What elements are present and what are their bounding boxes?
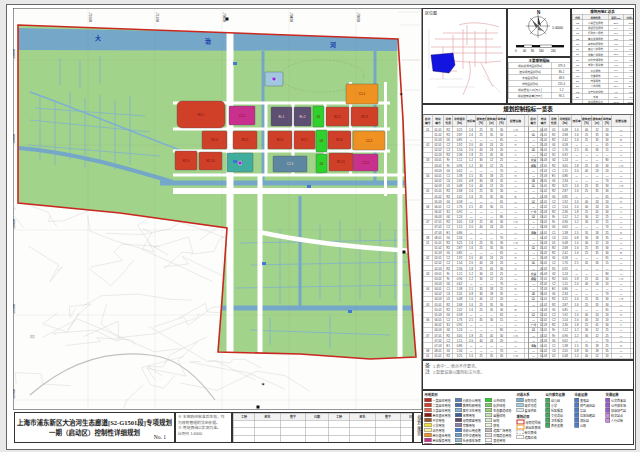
- table-cell: [375, 435, 401, 443]
- legend-item: 社会停车场库: [455, 438, 483, 443]
- indicator-table: 规划总用地面积(ha)379.3建设用地面积(ha)86.2水域面积(ha)48…: [508, 63, 571, 100]
- legend-label: 园地: [493, 418, 499, 423]
- table-header-cell: 地块编号: [432, 114, 444, 127]
- svg-text:-36800: -36800: [13, 219, 16, 229]
- zoning-map-panel: 32R2-1C2-1Rr-1Rr-2G1R2-2R2-3C1-1R2-4R2-5…: [13, 8, 422, 410]
- table-cell: ①③: [506, 353, 525, 358]
- legend-item: 市政公用设施: [455, 428, 483, 433]
- table-cell: 25: [476, 353, 487, 358]
- legend-panel: 用地类别 一类居住用地二类居住用地三类居住用地商住混合用地中学用地小学用地幼托用…: [422, 390, 634, 445]
- table-header-cell: 绿地率(%): [602, 114, 612, 127]
- legend-swatch: [517, 398, 524, 402]
- legend-label: 教育科研用地: [463, 403, 481, 408]
- legend-item: 蓄滞洪区: [517, 408, 543, 413]
- table-cell: 3.25: [453, 353, 467, 358]
- legend-label: 水域: [493, 443, 499, 445]
- legend-chip: [606, 413, 611, 418]
- legend-label: 宗教用地: [463, 423, 475, 428]
- table-header-cell: 日期: [306, 413, 329, 420]
- sheet-type-label: 规划图则: [416, 415, 422, 437]
- legend-label: 对外交通用地: [463, 433, 481, 438]
- legend-label: 体育用地: [463, 413, 475, 418]
- legend-item: 养老设施: [546, 423, 572, 428]
- legend-label: 中学用地: [433, 418, 445, 423]
- table-header-cell: 签字: [375, 413, 401, 420]
- legend-swatch: [455, 398, 462, 402]
- legend-label: 人行过街: [611, 418, 623, 423]
- table-cell: U1: [549, 353, 558, 358]
- legend-label: 社区服务: [551, 408, 563, 413]
- legend-swatch: [517, 430, 524, 434]
- table-cell: 04-03: [538, 353, 550, 358]
- legend-label: 市政公用设施: [463, 428, 481, 433]
- table-cell: 规划建筑总量(万m²): [508, 93, 552, 99]
- river-name-char: 大: [95, 34, 101, 42]
- notes-label: 备注: [424, 363, 431, 375]
- footnote-line: ※ 本图则经批准后生效，作: [178, 415, 229, 421]
- legend-swatch: [425, 398, 432, 402]
- table-header-cell: 容积率: [466, 114, 476, 127]
- svg-text:240: 240: [551, 49, 556, 53]
- svg-text:-36000: -36000: [13, 49, 16, 59]
- legend-swatch: [425, 433, 432, 437]
- table-header-cell: 工种: [328, 413, 350, 420]
- legend-label: 二类居住用地: [433, 403, 451, 408]
- legend-item: 道路广场用地: [485, 428, 513, 433]
- legend-swatch: [517, 435, 524, 439]
- legend-chip: [575, 413, 580, 418]
- table-cell: [280, 428, 306, 436]
- legend-item: 二类居住用地: [425, 403, 453, 408]
- legend-chip: [575, 398, 580, 403]
- table-header-cell: 街坊编号: [423, 114, 432, 127]
- table-header-cell: 用地性质: [549, 114, 558, 127]
- table-cell: 12: [592, 353, 603, 358]
- parcel-label: C1-1: [359, 92, 366, 96]
- legend-label: 垃圾压缩站: [580, 413, 595, 418]
- table-header-cell: 日期: [401, 413, 413, 420]
- legend-label: 苗圃绿地: [493, 413, 505, 418]
- table-cell: [401, 435, 413, 443]
- legend-label: 幼儿园: [551, 398, 560, 403]
- legend-label: 变电站: [580, 398, 589, 403]
- legend-label: 一类居住用地: [433, 398, 451, 403]
- legend-chip: [575, 423, 580, 428]
- control-table-panel: 规划控制指标一览表 街坊编号地块编号用地性质用地面积(ha)容积率建筑密度(%)…: [422, 104, 634, 360]
- legend-label: 小学用地: [433, 423, 445, 428]
- legend-item: 水域: [485, 443, 513, 446]
- legend-item: 道路红线: [517, 435, 543, 440]
- legend-chip: [546, 418, 551, 423]
- legend-label: 幼托用地: [433, 428, 445, 433]
- legend-label: 规划保留用地: [463, 418, 481, 423]
- table-cell: —: [612, 353, 631, 358]
- benchmark: [257, 406, 260, 409]
- legend-label: 街坊界线: [525, 430, 537, 435]
- legend-item: 商住混合用地: [425, 413, 453, 418]
- table-header-cell: 建筑高度(m): [486, 114, 497, 127]
- legend-item: 人行过街: [606, 418, 632, 423]
- parcel-label: R2-6: [277, 138, 284, 142]
- table-cell: [375, 428, 401, 436]
- legend-label: 启动区界线: [526, 425, 541, 430]
- legend-swatch: [455, 418, 462, 422]
- legend-chip: [546, 413, 551, 418]
- legend-swatch: [517, 403, 524, 407]
- signature-table: 工种姓名签字日期工种姓名签字日期: [233, 413, 413, 443]
- svg-text:-71200: -71200: [155, 12, 159, 22]
- legend-item: 教育科研用地: [455, 403, 483, 408]
- parcel-label: R2-2: [334, 115, 341, 119]
- legend-swatch: [455, 403, 462, 407]
- note-line: 2.配套设施以图则标注为准。: [433, 370, 484, 376]
- parcel-label: Rr-1: [279, 115, 285, 119]
- legend-label: 村镇建设用地: [493, 433, 511, 438]
- table-cell: 1.0: [572, 353, 582, 358]
- legend-swatch: [485, 408, 492, 412]
- legend-item: 商业服务用地: [425, 438, 453, 443]
- svg-text:-37200: -37200: [13, 304, 16, 314]
- legend-chip: [606, 408, 611, 413]
- table-header-cell: 姓名: [350, 413, 376, 420]
- locator-site-polygon: [431, 53, 455, 73]
- legend-swatch: [425, 413, 432, 417]
- signature-table-panel: 工种姓名签字日期工种姓名签字日期: [232, 412, 413, 443]
- table-header-cell: 配套设施: [506, 114, 525, 127]
- table-header-cell: 绿地率(%): [497, 114, 507, 127]
